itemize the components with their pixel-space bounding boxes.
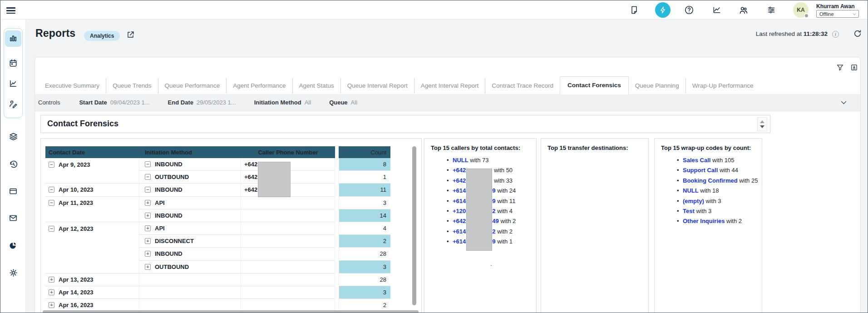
collapse-toggle-icon[interactable]: − xyxy=(145,161,151,167)
tab-wrap-up-performance[interactable]: Wrap-Up Performance xyxy=(686,78,760,94)
item-link-suffix[interactable]: 9 xyxy=(492,238,495,245)
collapse-toggle-icon[interactable]: − xyxy=(49,226,54,232)
collapse-toggle-icon[interactable]: − xyxy=(145,187,151,193)
collapse-toggle-icon[interactable]: − xyxy=(49,187,54,193)
item-link[interactable]: +614 xyxy=(453,187,466,194)
tab-agent-interval-report[interactable]: Agent Interval Report xyxy=(414,78,485,94)
count-cell[interactable]: 28 xyxy=(339,248,390,260)
spinner-up-icon[interactable] xyxy=(760,120,764,123)
filter-start-date[interactable]: Start Date09/04/2023 1... xyxy=(79,99,149,106)
caller-phone-cell[interactable] xyxy=(241,235,335,248)
item-link[interactable]: NULL xyxy=(683,187,699,194)
initiation-method-cell[interactable]: +INBOUND xyxy=(139,209,241,222)
collapse-chevron-icon[interactable] xyxy=(840,99,848,108)
initiation-method-cell[interactable]: +API xyxy=(139,222,241,235)
count-cell[interactable]: 14 xyxy=(339,209,390,222)
caller-phone-cell[interactable] xyxy=(241,248,335,260)
users-icon[interactable] xyxy=(735,2,751,18)
help-icon[interactable] xyxy=(681,2,697,18)
date-cell[interactable]: +Apr 14, 2023 xyxy=(45,286,139,299)
calendar-icon[interactable] xyxy=(5,55,21,71)
count-cell[interactable]: 8 xyxy=(339,158,390,171)
item-link[interactable]: (empty) xyxy=(683,198,704,204)
filter-end-date[interactable]: End Date29/05/2023 1... xyxy=(168,99,236,106)
item-link[interactable]: NULL xyxy=(453,157,469,164)
caller-phone-cell[interactable] xyxy=(241,197,335,209)
collapse-toggle-icon[interactable]: − xyxy=(145,174,151,180)
bar-chart-icon[interactable] xyxy=(5,30,21,47)
filter-queue[interactable]: QueueAll xyxy=(329,99,357,106)
initiation-method-cell[interactable]: −OUTBOUND xyxy=(139,171,241,184)
spinner-control[interactable] xyxy=(757,117,767,131)
item-link[interactable]: +642 xyxy=(453,167,466,174)
layers-icon[interactable] xyxy=(5,128,21,144)
item-link[interactable]: +642 xyxy=(453,177,466,184)
date-cell[interactable]: −Apr 10, 2023 xyxy=(45,184,139,196)
count-cell[interactable]: 28 xyxy=(339,273,390,286)
vertical-scrollbar[interactable] xyxy=(412,146,416,305)
item-link[interactable]: +120 xyxy=(453,208,466,214)
caller-phone-cell[interactable] xyxy=(241,261,335,273)
metrics-icon[interactable] xyxy=(709,2,725,18)
notes-icon[interactable] xyxy=(626,2,642,18)
column-header-contact-date[interactable]: Contact Date xyxy=(45,146,139,158)
item-link-suffix[interactable]: 49 xyxy=(492,218,498,224)
count-cell[interactable]: 3 xyxy=(339,286,390,299)
count-cell[interactable]: 1 xyxy=(339,171,390,184)
expand-toggle-icon[interactable]: + xyxy=(145,225,151,231)
count-cell[interactable]: 11 xyxy=(339,184,390,196)
item-link[interactable]: Support Call xyxy=(683,167,718,174)
collapse-toggle-icon[interactable]: − xyxy=(49,200,54,206)
item-link-suffix[interactable]: 2 xyxy=(492,208,495,214)
initiation-method-cell[interactable]: +INBOUND xyxy=(139,248,241,260)
initiation-method-cell[interactable]: +DISCONNECT xyxy=(139,235,241,248)
item-link[interactable]: +614 xyxy=(453,228,466,235)
count-cell[interactable]: 3 xyxy=(339,261,390,273)
window-icon[interactable] xyxy=(5,183,21,199)
item-link[interactable]: Booking Confirmed xyxy=(683,177,738,184)
item-link-suffix[interactable]: 2 xyxy=(492,228,495,235)
date-cell[interactable]: −Apr 11, 2023 xyxy=(45,197,139,209)
date-cell[interactable]: −Apr 12, 2023 xyxy=(45,222,139,235)
expand-toggle-icon[interactable]: + xyxy=(49,277,54,283)
date-cell[interactable] xyxy=(45,261,139,273)
item-link[interactable]: +642 xyxy=(453,218,466,224)
date-cell[interactable]: −Apr 9, 2023 xyxy=(45,158,139,171)
line-chart-icon[interactable] xyxy=(5,75,21,92)
mail-icon[interactable] xyxy=(5,210,21,226)
horizontal-scrollbar[interactable] xyxy=(43,310,419,313)
tab-contract-trace-record[interactable]: Contract Trace Record xyxy=(485,78,560,94)
tab-agent-status[interactable]: Agent Status xyxy=(292,78,340,94)
column-header-caller-phone-number[interactable]: Caller Phone Number xyxy=(241,146,335,158)
count-cell[interactable]: 4 xyxy=(339,222,390,235)
spinner-down-icon[interactable] xyxy=(760,125,764,128)
download-icon[interactable] xyxy=(850,64,858,73)
item-link[interactable]: Other Inquiries xyxy=(683,218,725,224)
caller-phone-cell[interactable] xyxy=(241,273,335,286)
initiation-method-cell[interactable]: +API xyxy=(139,197,241,209)
annotate-icon[interactable] xyxy=(5,96,21,112)
settings-sliders-icon[interactable] xyxy=(764,2,779,18)
tab-contact-forensics[interactable]: Contact Forensics xyxy=(560,76,629,94)
date-cell[interactable] xyxy=(45,209,139,222)
item-link-suffix[interactable]: 9 xyxy=(492,187,495,194)
caller-phone-cell[interactable] xyxy=(241,286,335,299)
initiation-method-cell[interactable] xyxy=(139,273,241,286)
info-icon[interactable]: i xyxy=(832,31,839,38)
gear-icon[interactable] xyxy=(5,264,21,281)
item-link[interactable]: +614 xyxy=(453,198,466,204)
column-header-count[interactable]: Count xyxy=(339,146,390,158)
column-header-initiation-method[interactable]: Initiation Method xyxy=(139,146,241,158)
item-link[interactable]: Sales Call xyxy=(683,157,710,164)
date-cell[interactable] xyxy=(45,248,139,260)
filter-icon[interactable] xyxy=(836,64,844,73)
date-cell[interactable]: +Apr 13, 2023 xyxy=(45,273,139,286)
expand-toggle-icon[interactable]: + xyxy=(145,238,151,244)
count-cell[interactable]: 2 xyxy=(339,235,390,248)
tab-queue-interval-report[interactable]: Queue Interval Report xyxy=(340,78,414,94)
expand-toggle-icon[interactable]: + xyxy=(49,289,54,295)
date-cell[interactable] xyxy=(45,171,139,184)
tab-queue-performance[interactable]: Queue Performance xyxy=(158,78,227,94)
lightning-bolt-button[interactable] xyxy=(655,2,671,18)
tab-agent-performance[interactable]: Agent Performance xyxy=(226,78,292,94)
